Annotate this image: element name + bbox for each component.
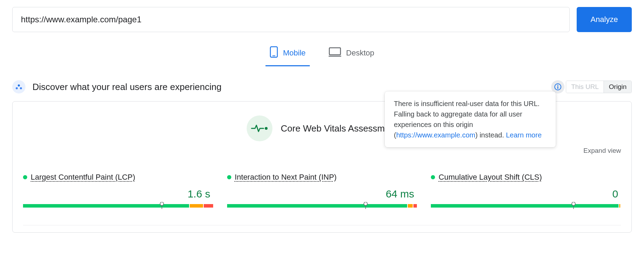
tab-mobile[interactable]: Mobile — [267, 43, 308, 66]
svg-point-16 — [572, 202, 575, 205]
metric-lcp-value: 1.6 s — [23, 188, 213, 200]
info-tooltip: There is insufficient real-user data for… — [385, 91, 556, 147]
tooltip-learn-more-link[interactable]: Learn more — [506, 131, 541, 139]
svg-point-14 — [364, 202, 367, 205]
metric-inp-bar — [227, 204, 417, 208]
mobile-icon — [270, 46, 278, 60]
analyze-button[interactable]: Analyze — [577, 7, 632, 32]
metric-cls-name[interactable]: Cumulative Layout Shift (CLS) — [439, 173, 542, 182]
status-dot-icon — [227, 175, 231, 179]
marker-icon — [571, 202, 576, 209]
tab-desktop[interactable]: Desktop — [326, 43, 377, 66]
assessment-title: Core Web Vitals Assessment — [281, 123, 397, 134]
metric-lcp: Largest Contentful Paint (LCP) 1.6 s — [23, 173, 213, 208]
expand-view-link[interactable]: Expand view — [583, 147, 621, 155]
metrics-row: Largest Contentful Paint (LCP) 1.6 s Int… — [23, 173, 621, 208]
svg-point-12 — [160, 202, 164, 205]
svg-point-10 — [265, 127, 268, 130]
toggle-origin[interactable]: Origin — [604, 81, 631, 93]
toggle-this-url: This URL — [566, 81, 604, 93]
search-row: Analyze — [12, 7, 632, 32]
svg-rect-2 — [329, 48, 340, 55]
device-tabs: Mobile Desktop — [12, 43, 632, 66]
crux-icon — [12, 80, 25, 93]
tooltip-text-2: ) instead. — [475, 131, 506, 139]
svg-point-8 — [557, 85, 559, 86]
status-dot-icon — [431, 175, 435, 179]
metric-lcp-name[interactable]: Largest Contentful Paint (LCP) — [31, 173, 135, 182]
metric-inp-name[interactable]: Interaction to Next Paint (INP) — [235, 173, 337, 182]
scope-toggle: This URL Origin — [566, 81, 632, 93]
svg-point-6 — [20, 87, 22, 89]
metric-lcp-bar — [23, 204, 213, 208]
tab-mobile-label: Mobile — [283, 48, 306, 58]
url-input[interactable] — [12, 7, 570, 32]
section-header: Discover what your real users are experi… — [12, 80, 632, 93]
svg-rect-9 — [557, 86, 558, 89]
metric-cls-value: 0 — [431, 188, 621, 200]
divider — [23, 225, 621, 225]
marker-icon — [160, 202, 164, 209]
section-title: Discover what your real users are experi… — [32, 82, 222, 92]
status-dot-icon — [23, 175, 27, 179]
pulse-icon — [247, 115, 272, 141]
desktop-icon — [329, 47, 341, 59]
tooltip-origin-link[interactable]: https://www.example.com — [396, 131, 475, 139]
metric-cls-bar — [431, 204, 621, 208]
metric-inp: Interaction to Next Paint (INP) 64 ms — [227, 173, 417, 208]
metric-cls: Cumulative Layout Shift (CLS) 0 — [431, 173, 621, 208]
svg-point-5 — [18, 84, 20, 87]
tab-desktop-label: Desktop — [346, 48, 374, 58]
marker-icon — [364, 202, 368, 209]
metric-inp-value: 64 ms — [227, 188, 417, 200]
svg-point-4 — [16, 87, 18, 89]
